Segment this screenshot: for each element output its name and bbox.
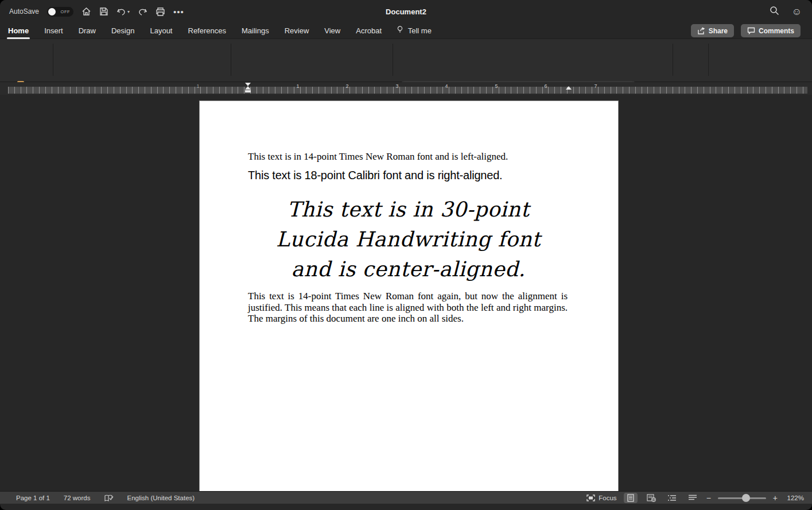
tab-insert[interactable]: Insert <box>44 26 63 36</box>
hruler-num: 6 <box>544 83 547 89</box>
lightbulb-icon <box>397 26 405 35</box>
document-canvas[interactable]: This text is in 14-point Times New Roman… <box>0 95 812 504</box>
tab-layout[interactable]: Layout <box>150 26 172 36</box>
paragraph-center-aligned[interactable]: This text is in 30-point Lucida Handwrit… <box>248 195 569 284</box>
hruler-num: 4 <box>445 83 448 89</box>
tab-view[interactable]: View <box>324 26 340 36</box>
share-button[interactable]: Share <box>691 24 734 37</box>
horizontal-ruler[interactable]: 1 1 2 3 4 5 6 7 <box>0 82 812 95</box>
word-window: AutoSave OFF ▾ ••• Document2 <box>0 0 812 510</box>
justified-line-1: This text is 14-point Times New Roman fo… <box>248 291 568 302</box>
draft-view-button[interactable] <box>686 493 700 503</box>
home-icon[interactable] <box>81 7 91 16</box>
paragraph-right-aligned[interactable]: This text is 18-point Calibri font and i… <box>248 169 569 182</box>
share-icon <box>697 27 705 34</box>
print-layout-view-button[interactable] <box>624 493 638 503</box>
word-count[interactable]: 72 words <box>64 494 91 501</box>
tab-mailings[interactable]: Mailings <box>242 26 269 36</box>
zoom-in-button[interactable]: + <box>773 493 778 503</box>
autosave-toggle[interactable]: OFF <box>47 7 73 17</box>
autosave-state: OFF <box>61 9 71 14</box>
tab-references[interactable]: References <box>188 26 226 36</box>
hruler-num: 5 <box>495 83 498 89</box>
right-indent-marker[interactable] <box>566 86 572 90</box>
comments-label: Comments <box>759 27 794 35</box>
hanging-indent-marker[interactable] <box>245 86 251 90</box>
zoom-slider-knob[interactable] <box>742 494 750 502</box>
spellcheck-icon[interactable] <box>104 494 114 502</box>
zoom-slider[interactable] <box>718 497 766 499</box>
focus-button[interactable]: Focus <box>586 494 616 501</box>
comments-button[interactable]: Comments <box>741 24 801 37</box>
ribbon-tab-bar: Home Insert Draw Design Layout Reference… <box>0 23 812 39</box>
document-page[interactable]: This text is in 14-point Times New Roman… <box>200 101 618 503</box>
tab-tellme-label: Tell me <box>408 26 432 35</box>
hruler-num: 7 <box>594 83 597 89</box>
tab-home[interactable]: Home <box>8 26 29 36</box>
language-indicator[interactable]: English (United States) <box>127 494 195 501</box>
redo-icon[interactable] <box>138 7 147 16</box>
tab-review[interactable]: Review <box>285 26 309 36</box>
save-icon[interactable] <box>99 7 108 16</box>
hruler-num: 1 <box>296 83 299 89</box>
comments-icon <box>747 27 755 34</box>
paragraph-left-aligned[interactable]: This text is in 14-point Times New Roman… <box>248 151 569 163</box>
tab-draw[interactable]: Draw <box>79 26 96 36</box>
tab-design[interactable]: Design <box>111 26 134 36</box>
ribbon: ▾ Paste ✂ Times▾ 14▾ A⌃ A⌄ Aa▾ A◇ B I <box>0 39 812 82</box>
page-count[interactable]: Page 1 of 1 <box>16 494 50 501</box>
undo-icon[interactable]: ▾ <box>116 7 130 16</box>
tab-tellme[interactable]: Tell me <box>397 26 432 36</box>
web-layout-view-button[interactable] <box>644 493 658 503</box>
autosave-toggle-knob <box>48 8 56 16</box>
title-bar: AutoSave OFF ▾ ••• Document2 <box>0 0 812 23</box>
share-label: Share <box>709 27 728 35</box>
print-icon[interactable] <box>156 7 165 16</box>
paragraph-justified[interactable]: This text is 14-point Times New Roman fo… <box>248 291 568 324</box>
hruler-num: 3 <box>395 83 398 89</box>
justified-line-2: justified. This means that each line is … <box>248 302 568 314</box>
feedback-smiley-icon[interactable]: ☺ <box>792 7 802 17</box>
zoom-out-button[interactable]: − <box>706 493 711 503</box>
undo-dropdown-icon[interactable]: ▾ <box>127 9 130 14</box>
script-line-3: and is center-aligned. <box>248 254 569 284</box>
tab-acrobat[interactable]: Acrobat <box>356 26 382 36</box>
focus-label: Focus <box>599 494 616 501</box>
ruler-tick-strip <box>8 87 807 94</box>
zoom-level[interactable]: 122% <box>784 494 804 501</box>
hruler-num: 1 <box>196 83 199 89</box>
hruler-num: 2 <box>345 83 348 89</box>
script-line-1: This text is in 30-point <box>248 195 569 225</box>
status-bar: Page 1 of 1 72 words English (United Sta… <box>0 491 812 504</box>
script-line-2: Lucida Handwriting font <box>248 225 569 254</box>
justified-line-3: The margins of this document are one inc… <box>248 313 568 324</box>
left-indent-marker[interactable] <box>245 90 251 92</box>
outline-view-button[interactable] <box>665 493 679 503</box>
more-toolbar-icon[interactable]: ••• <box>173 7 184 17</box>
autosave-label: AutoSave <box>9 7 39 16</box>
focus-icon <box>586 494 595 501</box>
search-icon[interactable] <box>770 6 779 18</box>
